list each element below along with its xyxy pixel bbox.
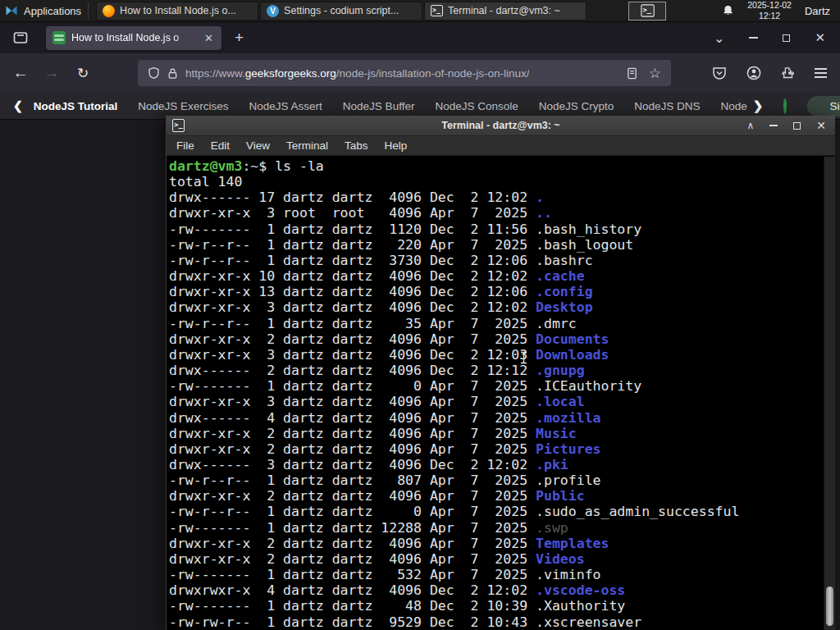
app-menu-icon[interactable] bbox=[815, 68, 827, 78]
file-name: .profile bbox=[536, 472, 600, 488]
new-tab-button[interactable]: + bbox=[235, 29, 244, 47]
file-row: drwxrwxr-x 4 dartz dartz 4096 Dec 2 12:0… bbox=[169, 582, 824, 598]
gfg-nav-link[interactable]: NodeJS Crypto bbox=[539, 100, 614, 112]
file-row-attrs: drwxr-xr-x 3 dartz dartz 4096 Dec 2 12:0… bbox=[169, 347, 536, 363]
panel-username[interactable]: Dartz bbox=[805, 5, 830, 17]
pocket-icon[interactable] bbox=[712, 66, 727, 80]
terminal-output-area[interactable]: dartz@vm3:~$ ls -la total 140 drwx------… bbox=[167, 157, 824, 630]
shade-window-icon[interactable]: ∧ bbox=[746, 120, 754, 131]
gfg-nav-link[interactable]: NodeJS Assert bbox=[249, 100, 322, 112]
forward-button[interactable]: → bbox=[41, 64, 62, 82]
file-row: drwx------ 17 dartz dartz 4096 Dec 2 12:… bbox=[169, 189, 824, 205]
workspace-switcher[interactable]: >_ bbox=[628, 2, 666, 21]
back-button[interactable]: ← bbox=[10, 64, 31, 82]
gfg-nav-link[interactable]: NodeJS Buffer bbox=[343, 100, 415, 112]
terminal-menu-item[interactable]: Tabs bbox=[336, 139, 377, 152]
bookmark-star-icon[interactable]: ☆ bbox=[649, 65, 661, 82]
url-text: https://www.geeksforgeeks.org/node-js/in… bbox=[185, 67, 529, 80]
browser-tab-active[interactable]: How to Install Node.js o ✕ bbox=[46, 26, 221, 50]
terminal-menu-item[interactable]: Edit bbox=[203, 139, 238, 152]
file-row-attrs: drwxr-xr-x 2 dartz dartz 4096 Apr 7 2025 bbox=[169, 536, 536, 551]
file-row: drwxr-xr-x 2 dartz dartz 4096 Apr 7 2025… bbox=[169, 488, 824, 504]
file-row-attrs: drwx------ 3 dartz dartz 4096 Dec 2 12:0… bbox=[169, 457, 536, 472]
file-listing: drwx------ 17 dartz dartz 4096 Dec 2 12:… bbox=[169, 189, 824, 629]
file-name: .local bbox=[536, 394, 585, 409]
terminal-maximize-icon[interactable] bbox=[793, 122, 801, 130]
file-name: .cache bbox=[536, 268, 585, 284]
terminal-scrollbar-thumb[interactable] bbox=[826, 587, 833, 626]
account-icon[interactable] bbox=[746, 66, 761, 80]
file-row: drwx------ 4 dartz dartz 4096 Apr 7 2025… bbox=[169, 410, 824, 426]
vscodium-icon: V bbox=[267, 5, 279, 17]
url-bar[interactable]: https://www.geeksforgeeks.org/node-js/in… bbox=[138, 60, 671, 86]
lock-icon[interactable] bbox=[167, 67, 178, 80]
file-name: .bashrc bbox=[536, 253, 593, 268]
gfg-nav-link[interactable]: NodeJS Exercises bbox=[138, 100, 228, 112]
file-row: drwxr-xr-x 3 dartz dartz 4096 Apr 7 2025… bbox=[169, 394, 824, 409]
extensions-puzzle-icon[interactable] bbox=[781, 66, 795, 80]
panel-clock[interactable]: 2025-12-02 12:12 bbox=[747, 0, 792, 21]
terminal-close-icon[interactable]: ✕ bbox=[816, 119, 826, 132]
geeksforgeeks-favicon bbox=[52, 31, 66, 44]
file-row: -rw-r--r-- 1 dartz dartz 3730 Dec 2 12:0… bbox=[169, 253, 824, 268]
reload-button[interactable]: ↻ bbox=[72, 65, 94, 82]
sign-in-button[interactable]: Sign In bbox=[807, 96, 840, 116]
firefox-view-button[interactable] bbox=[8, 27, 33, 48]
search-icon[interactable] bbox=[783, 98, 787, 114]
window-maximize-icon[interactable] bbox=[783, 34, 790, 42]
file-name: .sudo_as_admin_successful bbox=[536, 504, 739, 519]
terminal-menu-item[interactable]: File bbox=[176, 139, 203, 152]
terminal-titlebar[interactable]: >_ Terminal - dartz@vm3: ~ ∧ ✕ bbox=[167, 116, 835, 136]
gfg-nav-link[interactable]: Node bbox=[721, 100, 747, 112]
terminal-scrollbar[interactable] bbox=[824, 157, 835, 630]
file-name: .viminfo bbox=[536, 567, 600, 582]
terminal-minimize-icon[interactable] bbox=[769, 125, 778, 126]
terminal-menu-item[interactable]: Terminal bbox=[278, 139, 336, 152]
prompt-colon: : bbox=[242, 158, 250, 174]
nav-scroll-right-icon[interactable]: ❯ bbox=[753, 98, 764, 113]
taskbar-button-codium[interactable]: V Settings - codium script... bbox=[260, 2, 422, 21]
file-name: Videos bbox=[536, 551, 585, 567]
tabbar-actions: ⌄ ✕ bbox=[714, 30, 833, 46]
file-row-attrs: -rw------- 1 dartz dartz 0 Apr 7 2025 bbox=[169, 378, 536, 394]
urlbar-page-actions: ☆ bbox=[627, 65, 661, 82]
taskbar-button-terminal[interactable]: >_ Terminal - dartz@vm3: ~ bbox=[424, 2, 587, 21]
gfg-nav-link[interactable]: NodeJS DNS bbox=[634, 100, 700, 112]
tracking-shield-icon[interactable] bbox=[148, 66, 160, 80]
applications-menu-button[interactable]: Applications bbox=[0, 0, 88, 21]
terminal-window: >_ Terminal - dartz@vm3: ~ ∧ ✕ FileEditV… bbox=[166, 116, 835, 630]
file-name: Desktop bbox=[536, 299, 593, 315]
clock-date: 2025-12-02 bbox=[747, 0, 792, 11]
window-close-icon[interactable]: ✕ bbox=[815, 30, 825, 45]
file-row: drwxr-xr-x 2 dartz dartz 4096 Apr 7 2025… bbox=[169, 426, 824, 441]
nav-scroll-left-icon[interactable]: ❮ bbox=[13, 99, 23, 112]
file-row: drwxr-xr-x 10 dartz dartz 4096 Dec 2 12:… bbox=[169, 268, 824, 284]
taskbar-button-firefox[interactable]: How to Install Node.js o... bbox=[96, 2, 258, 21]
file-row-attrs: drwxr-xr-x 2 dartz dartz 4096 Apr 7 2025 bbox=[169, 426, 536, 441]
toolbar-right-icons bbox=[712, 66, 830, 80]
terminal-window-icon: >_ bbox=[172, 119, 185, 132]
file-name: .xscreensaver bbox=[536, 614, 641, 630]
system-tray: 2025-12-02 12:12 Dartz bbox=[722, 0, 840, 21]
file-row: drwxr-xr-x 3 root root 4096 Apr 7 2025 .… bbox=[169, 205, 824, 221]
file-row: drwxr-xr-x 3 dartz dartz 4096 Dec 2 12:0… bbox=[169, 347, 824, 363]
list-all-tabs-icon[interactable]: ⌄ bbox=[714, 30, 724, 46]
file-row-attrs: -rw-r--r-- 1 dartz dartz 807 Apr 7 2025 bbox=[169, 472, 536, 488]
tab-close-icon[interactable]: ✕ bbox=[203, 32, 215, 44]
file-row: -rw------- 1 dartz dartz 0 Apr 7 2025 .I… bbox=[169, 378, 824, 394]
file-row-attrs: drwxr-xr-x 2 dartz dartz 4096 Apr 7 2025 bbox=[169, 441, 536, 457]
gfg-nav-link[interactable]: NodeJS Console bbox=[435, 100, 518, 112]
window-minimize-icon[interactable] bbox=[749, 37, 758, 39]
gfg-nav-link[interactable]: NodeJS Tutorial bbox=[34, 100, 118, 112]
reader-view-icon[interactable] bbox=[627, 67, 637, 80]
file-name: . bbox=[536, 189, 544, 205]
url-domain: geeksforgeeks.org bbox=[245, 67, 336, 80]
file-row: drwx------ 2 dartz dartz 4096 Dec 2 12:1… bbox=[169, 363, 824, 378]
terminal-menu-item[interactable]: Help bbox=[377, 139, 416, 152]
terminal-menu-item[interactable]: View bbox=[238, 139, 278, 152]
file-row-attrs: -rw-r--r-- 1 dartz dartz 0 Apr 7 2025 bbox=[169, 504, 536, 519]
file-row: -rw-rw-r-- 1 dartz dartz 9529 Dec 2 10:4… bbox=[169, 614, 824, 630]
notifications-bell-icon[interactable] bbox=[722, 4, 734, 17]
file-row: -rw-r--r-- 1 dartz dartz 35 Apr 7 2025 .… bbox=[169, 316, 824, 331]
file-name: .pki bbox=[536, 457, 568, 472]
